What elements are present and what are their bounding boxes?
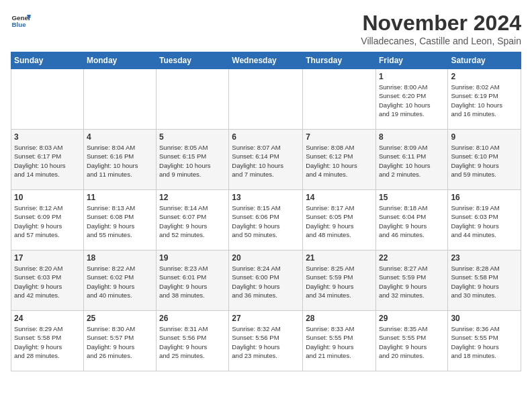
calendar-cell: 17Sunrise: 8:20 AM Sunset: 6:03 PM Dayli… bbox=[11, 250, 84, 311]
day-info: Sunrise: 8:13 AM Sunset: 6:08 PM Dayligh… bbox=[87, 203, 153, 239]
calendar-cell: 14Sunrise: 8:17 AM Sunset: 6:05 PM Dayli… bbox=[303, 190, 376, 250]
day-number: 26 bbox=[159, 314, 226, 323]
day-info: Sunrise: 8:24 AM Sunset: 6:00 PM Dayligh… bbox=[232, 264, 300, 300]
calendar-cell: 4Sunrise: 8:04 AM Sunset: 6:16 PM Daylig… bbox=[83, 130, 156, 190]
day-info: Sunrise: 8:25 AM Sunset: 5:59 PM Dayligh… bbox=[306, 264, 373, 300]
title-area: November 2024 Villadecanes, Castille and… bbox=[361, 11, 521, 46]
day-number: 27 bbox=[232, 314, 300, 323]
day-info: Sunrise: 8:19 AM Sunset: 6:03 PM Dayligh… bbox=[451, 203, 518, 239]
day-number: 18 bbox=[87, 253, 153, 263]
calendar-cell: 16Sunrise: 8:19 AM Sunset: 6:03 PM Dayli… bbox=[448, 190, 521, 250]
calendar-cell: 9Sunrise: 8:10 AM Sunset: 6:10 PM Daylig… bbox=[448, 130, 521, 190]
day-number: 16 bbox=[451, 193, 518, 202]
calendar-cell: 23Sunrise: 8:28 AM Sunset: 5:58 PM Dayli… bbox=[448, 250, 521, 311]
svg-text:Blue: Blue bbox=[12, 21, 27, 28]
calendar-cell: 6Sunrise: 8:07 AM Sunset: 6:14 PM Daylig… bbox=[229, 130, 303, 190]
calendar-cell bbox=[157, 69, 229, 130]
day-info: Sunrise: 8:31 AM Sunset: 5:56 PM Dayligh… bbox=[159, 324, 226, 360]
day-info: Sunrise: 8:17 AM Sunset: 6:05 PM Dayligh… bbox=[306, 203, 373, 239]
day-number: 4 bbox=[87, 132, 153, 142]
calendar-cell bbox=[229, 69, 303, 130]
calendar-cell: 29Sunrise: 8:35 AM Sunset: 5:55 PM Dayli… bbox=[375, 311, 447, 371]
calendar-week-row: 3Sunrise: 8:03 AM Sunset: 6:17 PM Daylig… bbox=[11, 130, 521, 190]
day-info: Sunrise: 8:09 AM Sunset: 6:11 PM Dayligh… bbox=[379, 143, 445, 179]
calendar-cell: 30Sunrise: 8:36 AM Sunset: 5:55 PM Dayli… bbox=[448, 311, 521, 371]
weekday-header-saturday: Saturday bbox=[448, 52, 521, 69]
day-number: 5 bbox=[159, 132, 226, 142]
day-info: Sunrise: 8:28 AM Sunset: 5:58 PM Dayligh… bbox=[451, 264, 518, 300]
calendar-table: SundayMondayTuesdayWednesdayThursdayFrid… bbox=[11, 52, 521, 371]
location-title: Villadecanes, Castille and Leon, Spain bbox=[361, 36, 521, 46]
day-number: 10 bbox=[14, 193, 81, 202]
month-title: November 2024 bbox=[361, 11, 521, 36]
weekday-header-friday: Friday bbox=[375, 52, 447, 69]
calendar-cell bbox=[11, 69, 84, 130]
logo: General Blue bbox=[11, 11, 31, 31]
day-number: 7 bbox=[306, 132, 373, 142]
day-number: 14 bbox=[306, 193, 373, 202]
calendar-cell: 8Sunrise: 8:09 AM Sunset: 6:11 PM Daylig… bbox=[375, 130, 447, 190]
calendar-cell: 11Sunrise: 8:13 AM Sunset: 6:08 PM Dayli… bbox=[83, 190, 156, 250]
calendar-cell: 26Sunrise: 8:31 AM Sunset: 5:56 PM Dayli… bbox=[157, 311, 229, 371]
page-header: General Blue November 2024 Villadecanes,… bbox=[11, 11, 521, 46]
day-info: Sunrise: 8:04 AM Sunset: 6:16 PM Dayligh… bbox=[87, 143, 153, 179]
calendar-cell: 24Sunrise: 8:29 AM Sunset: 5:58 PM Dayli… bbox=[11, 311, 84, 371]
day-info: Sunrise: 8:08 AM Sunset: 6:12 PM Dayligh… bbox=[306, 143, 373, 179]
day-number: 15 bbox=[379, 193, 445, 202]
day-number: 25 bbox=[87, 314, 153, 323]
weekday-header-monday: Monday bbox=[83, 52, 156, 69]
calendar-cell: 12Sunrise: 8:14 AM Sunset: 6:07 PM Dayli… bbox=[157, 190, 229, 250]
weekday-header-tuesday: Tuesday bbox=[157, 52, 229, 69]
day-number: 28 bbox=[306, 314, 373, 323]
day-number: 22 bbox=[379, 253, 445, 263]
day-number: 19 bbox=[159, 253, 226, 263]
day-number: 23 bbox=[451, 253, 518, 263]
day-number: 2 bbox=[451, 72, 518, 81]
calendar-week-row: 1Sunrise: 8:00 AM Sunset: 6:20 PM Daylig… bbox=[11, 69, 521, 130]
day-number: 13 bbox=[232, 193, 300, 202]
day-info: Sunrise: 8:27 AM Sunset: 5:59 PM Dayligh… bbox=[379, 264, 445, 300]
day-number: 1 bbox=[379, 72, 445, 81]
day-info: Sunrise: 8:10 AM Sunset: 6:10 PM Dayligh… bbox=[451, 143, 518, 179]
day-number: 24 bbox=[14, 314, 81, 323]
day-info: Sunrise: 8:20 AM Sunset: 6:03 PM Dayligh… bbox=[14, 264, 81, 300]
calendar-cell: 1Sunrise: 8:00 AM Sunset: 6:20 PM Daylig… bbox=[375, 69, 447, 130]
calendar-cell: 13Sunrise: 8:15 AM Sunset: 6:06 PM Dayli… bbox=[229, 190, 303, 250]
day-info: Sunrise: 8:32 AM Sunset: 5:56 PM Dayligh… bbox=[232, 324, 300, 360]
calendar-cell: 7Sunrise: 8:08 AM Sunset: 6:12 PM Daylig… bbox=[303, 130, 376, 190]
day-info: Sunrise: 8:23 AM Sunset: 6:01 PM Dayligh… bbox=[159, 264, 226, 300]
day-info: Sunrise: 8:22 AM Sunset: 6:02 PM Dayligh… bbox=[87, 264, 153, 300]
day-info: Sunrise: 8:14 AM Sunset: 6:07 PM Dayligh… bbox=[159, 203, 226, 239]
weekday-header-sunday: Sunday bbox=[11, 52, 84, 69]
day-number: 17 bbox=[14, 253, 81, 263]
day-info: Sunrise: 8:30 AM Sunset: 5:57 PM Dayligh… bbox=[87, 324, 153, 360]
day-number: 29 bbox=[379, 314, 445, 323]
day-number: 20 bbox=[232, 253, 300, 263]
day-number: 6 bbox=[232, 132, 300, 142]
calendar-cell: 22Sunrise: 8:27 AM Sunset: 5:59 PM Dayli… bbox=[375, 250, 447, 311]
day-info: Sunrise: 8:18 AM Sunset: 6:04 PM Dayligh… bbox=[379, 203, 445, 239]
day-number: 9 bbox=[451, 132, 518, 142]
day-info: Sunrise: 8:15 AM Sunset: 6:06 PM Dayligh… bbox=[232, 203, 300, 239]
calendar-cell: 20Sunrise: 8:24 AM Sunset: 6:00 PM Dayli… bbox=[229, 250, 303, 311]
day-info: Sunrise: 8:02 AM Sunset: 6:19 PM Dayligh… bbox=[451, 83, 518, 118]
calendar-cell: 10Sunrise: 8:12 AM Sunset: 6:09 PM Dayli… bbox=[11, 190, 84, 250]
day-info: Sunrise: 8:12 AM Sunset: 6:09 PM Dayligh… bbox=[14, 203, 81, 239]
day-info: Sunrise: 8:36 AM Sunset: 5:55 PM Dayligh… bbox=[451, 324, 518, 360]
calendar-week-row: 24Sunrise: 8:29 AM Sunset: 5:58 PM Dayli… bbox=[11, 311, 521, 371]
calendar-cell: 25Sunrise: 8:30 AM Sunset: 5:57 PM Dayli… bbox=[83, 311, 156, 371]
calendar-cell: 5Sunrise: 8:05 AM Sunset: 6:15 PM Daylig… bbox=[157, 130, 229, 190]
calendar-cell bbox=[83, 69, 156, 130]
day-number: 11 bbox=[87, 193, 153, 202]
calendar-cell: 27Sunrise: 8:32 AM Sunset: 5:56 PM Dayli… bbox=[229, 311, 303, 371]
day-info: Sunrise: 8:33 AM Sunset: 5:55 PM Dayligh… bbox=[306, 324, 373, 360]
day-number: 12 bbox=[159, 193, 226, 202]
calendar-cell bbox=[303, 69, 376, 130]
calendar-cell: 15Sunrise: 8:18 AM Sunset: 6:04 PM Dayli… bbox=[375, 190, 447, 250]
calendar-cell: 28Sunrise: 8:33 AM Sunset: 5:55 PM Dayli… bbox=[303, 311, 376, 371]
calendar-cell: 2Sunrise: 8:02 AM Sunset: 6:19 PM Daylig… bbox=[448, 69, 521, 130]
calendar-cell: 21Sunrise: 8:25 AM Sunset: 5:59 PM Dayli… bbox=[303, 250, 376, 311]
day-number: 3 bbox=[14, 132, 81, 142]
weekday-header-row: SundayMondayTuesdayWednesdayThursdayFrid… bbox=[11, 52, 521, 69]
calendar-cell: 18Sunrise: 8:22 AM Sunset: 6:02 PM Dayli… bbox=[83, 250, 156, 311]
